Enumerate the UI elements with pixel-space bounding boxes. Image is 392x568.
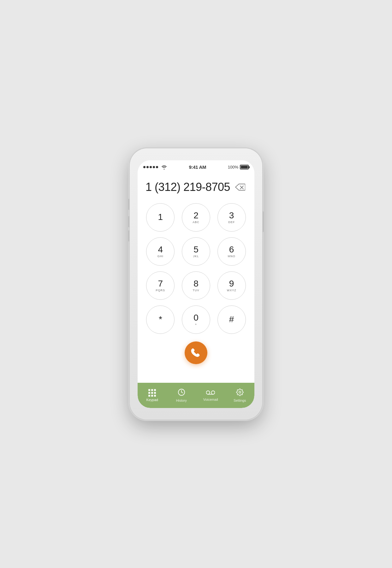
wifi-icon [161, 165, 167, 169]
key-6-letters: MNO [228, 255, 235, 258]
key-*-number: * [159, 315, 162, 324]
key-2-number: 2 [193, 211, 199, 221]
key-4-letters: GHI [157, 255, 163, 258]
tab-bar: Keypad History [138, 383, 254, 408]
key-8-button[interactable]: 8TUV [182, 271, 210, 300]
status-bar: 9:41 AM 100% [138, 160, 254, 174]
key-3-number: 3 [229, 211, 234, 221]
backspace-icon [235, 184, 245, 191]
key-0-button[interactable]: 0+ [182, 305, 210, 334]
tab-keypad-label: Keypad [146, 398, 158, 402]
key-2-letters: ABC [193, 221, 199, 224]
phone-device: 9:41 AM 100% 1 (312) 219-8705 [130, 148, 262, 420]
signal-dot-3 [150, 166, 152, 168]
signal-dot-5 [156, 166, 158, 168]
phone-number-display: 1 (312) 219-8705 [146, 180, 230, 194]
battery-percent: 100% [228, 165, 238, 169]
svg-point-4 [211, 391, 215, 394]
battery-fill [241, 166, 248, 169]
key-4-button[interactable]: 4GHI [146, 237, 175, 266]
key-1-button[interactable]: 1 [146, 203, 175, 232]
key-7-number: 7 [158, 279, 163, 289]
key-6-number: 6 [229, 245, 234, 255]
key-4-number: 4 [158, 245, 163, 255]
key-#-number: # [229, 315, 234, 324]
key-7-letters: PQRS [156, 289, 165, 292]
tab-settings[interactable]: Settings [225, 383, 255, 408]
battery-area: 100% [228, 165, 249, 169]
key-1-number: 1 [158, 212, 163, 222]
settings-tab-icon [236, 388, 244, 397]
key-9-letters: WXYZ [227, 289, 236, 292]
battery-icon [240, 165, 249, 169]
key-0-number: 0 [193, 313, 199, 323]
svg-point-6 [239, 391, 241, 393]
tab-history-label: History [176, 399, 187, 402]
key-*-button[interactable]: * [146, 305, 175, 334]
svg-point-3 [206, 391, 210, 394]
signal-dot-2 [146, 166, 149, 168]
phone-number-row: 1 (312) 219-8705 [144, 180, 248, 194]
main-content: 1 (312) 219-8705 12ABC3DEF4GHI5JKL6MNO7P… [138, 174, 254, 383]
call-button[interactable] [185, 341, 207, 364]
voicemail-tab-icon [206, 389, 215, 396]
key-9-number: 9 [229, 279, 234, 289]
key-5-number: 5 [193, 245, 199, 255]
key-2-button[interactable]: 2ABC [182, 203, 210, 232]
tab-history[interactable]: History [167, 383, 196, 408]
key-8-letters: TUV [193, 289, 199, 292]
key-3-button[interactable]: 3DEF [217, 203, 246, 232]
signal-area [143, 165, 167, 169]
tab-keypad[interactable]: Keypad [138, 383, 167, 408]
keypad-tab-icon [148, 389, 156, 397]
key-5-letters: JKL [193, 255, 199, 258]
status-time: 9:41 AM [189, 164, 206, 170]
call-icon [191, 348, 201, 358]
key-#-button[interactable]: # [217, 305, 246, 334]
history-tab-icon [178, 388, 185, 397]
tab-voicemail-label: Voicemail [203, 398, 218, 401]
backspace-button[interactable] [234, 182, 246, 192]
key-7-button[interactable]: 7PQRS [146, 271, 175, 300]
key-8-number: 8 [193, 279, 199, 289]
key-5-button[interactable]: 5JKL [182, 237, 210, 266]
phone-screen: 9:41 AM 100% 1 (312) 219-8705 [138, 160, 254, 408]
signal-dot-1 [143, 166, 146, 168]
key-9-button[interactable]: 9WXYZ [217, 271, 246, 300]
tab-voicemail[interactable]: Voicemail [196, 383, 225, 408]
key-0-letters: + [195, 323, 197, 326]
tab-settings-label: Settings [234, 399, 246, 402]
key-3-letters: DEF [228, 221, 235, 224]
key-6-button[interactable]: 6MNO [217, 237, 246, 266]
signal-dot-4 [153, 166, 155, 168]
keypad-grid: 12ABC3DEF4GHI5JKL6MNO7PQRS8TUV9WXYZ*0+# [146, 203, 246, 334]
